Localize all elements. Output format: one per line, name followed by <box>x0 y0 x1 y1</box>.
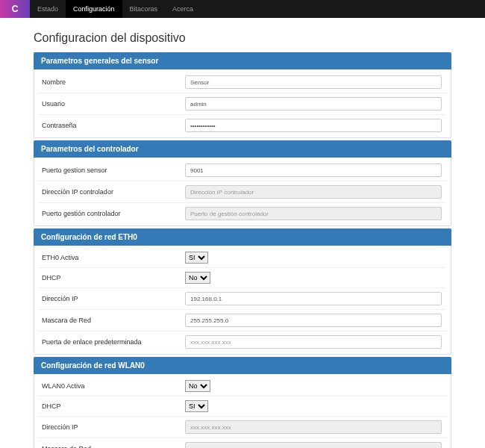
brand-text: C <box>12 4 19 14</box>
row-eth0-mask: Mascara de Red <box>39 309 446 331</box>
nav-acerca[interactable]: Acerca <box>165 0 201 18</box>
brand-logo[interactable]: C <box>0 0 30 18</box>
nav-estado[interactable]: Estado <box>30 0 66 18</box>
label-eth0-ip: Dirección IP <box>39 295 181 302</box>
row-ip-controlador: Dirección IP controlador <box>39 181 446 202</box>
input-wlan0-mask[interactable] <box>185 442 442 448</box>
row-wlan0-activa: WLAN0 Activa No <box>39 376 446 396</box>
row-contrasena: Contraseña <box>39 114 446 136</box>
label-contrasena: Contraseña <box>39 122 181 129</box>
input-ip-controlador[interactable] <box>185 185 442 199</box>
input-eth0-ip[interactable] <box>185 292 442 305</box>
select-wlan0-dhcp[interactable]: SI <box>185 400 208 412</box>
nav-bitacoras[interactable]: Bitacoras <box>122 0 166 18</box>
navbar: C Estado Configuración Bitacoras Acerca <box>0 0 485 18</box>
row-eth0-activa: ETH0 Activa SI <box>39 248 446 267</box>
label-wlan0-dhcp: DHCP <box>39 402 181 410</box>
input-wlan0-ip[interactable] <box>185 420 442 434</box>
row-wlan0-ip: Dirección IP <box>39 416 446 438</box>
section-wlan0-body: WLAN0 Activa No DHCP SI Dirección IP Mas… <box>34 374 451 448</box>
input-puerto-sensor[interactable] <box>185 164 442 177</box>
row-puerto-sensor: Puerto gestion sensor <box>39 160 446 181</box>
select-eth0-dhcp[interactable]: No <box>185 272 210 284</box>
row-wlan0-mask: Mascara de Red <box>39 438 446 448</box>
section-wlan0-heading: Configuración de red WLAN0 <box>34 357 451 374</box>
label-wlan0-ip: Dirección IP <box>39 423 181 431</box>
input-nombre[interactable] <box>185 75 442 89</box>
row-eth0-ip: Dirección IP <box>39 287 446 309</box>
label-puerto-controlador: Puerto gestión controlador <box>39 210 181 217</box>
label-usuario: Usuario <box>39 100 181 108</box>
label-eth0-activa: ETH0 Activa <box>39 254 181 261</box>
select-eth0-activa[interactable]: SI <box>185 252 208 264</box>
label-wlan0-mask: Mascara de Red <box>39 445 181 448</box>
section-eth0-heading: Configuración de red ETH0 <box>34 228 451 246</box>
row-eth0-gw: Puerta de enlace predeterminada <box>39 331 446 352</box>
section-sensor-body: Nombre Usuario Contraseña <box>34 69 451 138</box>
nav-configuracion[interactable]: Configuración <box>66 0 122 18</box>
row-eth0-dhcp: DHCP No <box>39 267 446 287</box>
label-wlan0-activa: WLAN0 Activa <box>39 382 181 390</box>
select-wlan0-activa[interactable]: No <box>185 380 210 392</box>
label-nombre: Nombre <box>39 78 181 86</box>
input-usuario[interactable] <box>185 97 442 111</box>
input-eth0-mask[interactable] <box>185 314 442 327</box>
page-title: Configuracion del dispositivo <box>34 31 451 45</box>
label-eth0-gw: Puerta de enlace predeterminada <box>39 338 181 346</box>
row-wlan0-dhcp: DHCP SI <box>39 396 446 416</box>
section-eth0-body: ETH0 Activa SI DHCP No Dirección IP Masc… <box>34 246 451 355</box>
input-contrasena[interactable] <box>185 119 442 132</box>
label-eth0-mask: Mascara de Red <box>39 317 181 324</box>
label-eth0-dhcp: DHCP <box>39 274 181 281</box>
main-container: Configuracion del dispositivo Parametros… <box>34 18 451 448</box>
label-puerto-sensor: Puerto gestion sensor <box>39 167 181 174</box>
section-controlador-heading: Parametros del controlador <box>34 140 451 158</box>
input-puerto-controlador[interactable] <box>185 207 442 220</box>
row-usuario: Usuario <box>39 93 446 114</box>
input-eth0-gw[interactable] <box>185 335 442 349</box>
row-nombre: Nombre <box>39 72 446 93</box>
section-sensor-heading: Parametros generales del sensor <box>34 52 451 69</box>
label-ip-controlador: Dirección IP controlador <box>39 188 181 196</box>
section-controlador-body: Puerto gestion sensor Dirección IP contr… <box>34 158 451 226</box>
row-puerto-controlador: Puerto gestión controlador <box>39 202 446 224</box>
